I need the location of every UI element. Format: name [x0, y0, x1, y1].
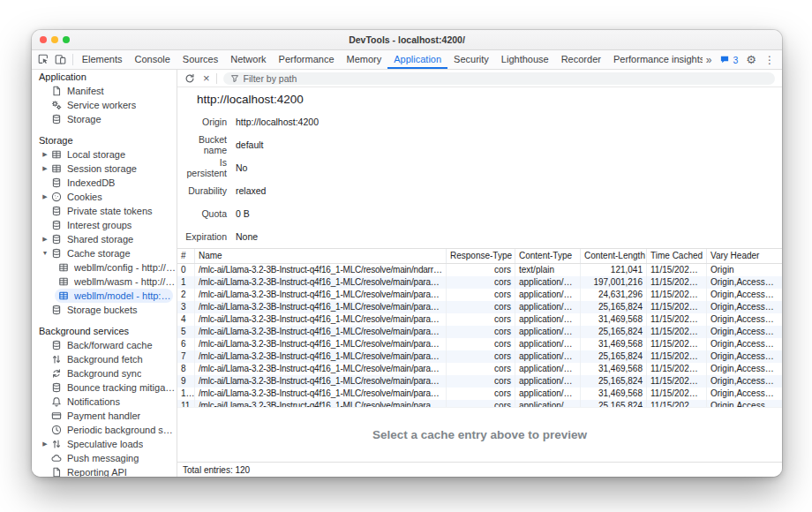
column-header-response-type[interactable]: Response-Type [447, 249, 515, 263]
tab-strip: ElementsConsoleSourcesNetworkPerformance… [76, 50, 703, 69]
meta-value: 0 B [236, 208, 250, 219]
cell-name: /mlc-ai/Llama-3.2-3B-Instruct-q4f16_1-ML… [195, 363, 447, 375]
sidebar-item-periodic-background-sync[interactable]: Periodic background sync [32, 423, 177, 437]
cell-time-cached: 11/15/2024, 10… [647, 301, 707, 313]
sidebar-item-background-sync[interactable]: Background sync [32, 366, 177, 380]
sidebar-item-private-state-tokens[interactable]: Private state tokens [32, 204, 177, 218]
device-toolbar-icon[interactable] [52, 50, 69, 69]
tab-performance-insights[interactable]: Performance insights [607, 50, 703, 69]
table-row[interactable]: 5/mlc-ai/Llama-3.2-3B-Instruct-q4f16_1-M… [177, 326, 782, 338]
table-row[interactable]: 10/mlc-ai/Llama-3.2-3B-Instruct-q4f16_1-… [177, 388, 782, 400]
column-header-[interactable]: # [177, 249, 195, 263]
sidebar-item-webllm-model-http-loc[interactable]: webllm/model - http://loc… [55, 289, 173, 303]
table-row[interactable]: 0/mlc-ai/Llama-3.2-3B-Instruct-q4f16_1-M… [177, 264, 782, 276]
cell-response-type: cors [447, 289, 515, 301]
collapse-arrow-icon[interactable]: ▼ [39, 246, 51, 260]
devtools-window: DevTools - localhost:4200/ ElementsConso… [32, 30, 782, 477]
cell-vary: Origin,Access… [707, 313, 782, 326]
sidebar-item-label: Payment handler [67, 410, 140, 421]
minimize-window-button[interactable] [51, 36, 58, 43]
sidebar-item-push-messaging[interactable]: Push messaging [32, 451, 177, 465]
settings-gear-icon[interactable]: ⚙ [746, 54, 756, 65]
table-row[interactable]: 11/mlc-ai/Llama-3.2-3B-Instruct-q4f16_1-… [177, 400, 782, 407]
tab-console[interactable]: Console [128, 50, 176, 69]
title-bar[interactable]: DevTools - localhost:4200/ [32, 30, 782, 50]
sidebar-item-manifest[interactable]: Manifest [32, 84, 177, 98]
table-row[interactable]: 3/mlc-ai/Llama-3.2-3B-Instruct-q4f16_1-M… [177, 301, 782, 313]
expand-arrow-icon[interactable]: ▶ [39, 437, 51, 451]
table-row[interactable]: 2/mlc-ai/Llama-3.2-3B-Instruct-q4f16_1-M… [177, 289, 782, 301]
delete-selected-button[interactable]: × [203, 72, 210, 84]
tab-network[interactable]: Network [224, 50, 272, 69]
column-header-content-length[interactable]: Content-Length [581, 249, 647, 263]
sidebar-item-webllm-config-http-loc[interactable]: webllm/config - http://loc… [32, 260, 177, 275]
meta-label: Origin [177, 117, 227, 127]
table-row[interactable]: 6/mlc-ai/Llama-3.2-3B-Instruct-q4f16_1-M… [177, 338, 782, 350]
table-row[interactable]: 7/mlc-ai/Llama-3.2-3B-Instruct-q4f16_1-M… [177, 350, 782, 363]
sidebar-item-cookies[interactable]: ▶Cookies [32, 190, 177, 204]
table-row[interactable]: 1/mlc-ai/Llama-3.2-3B-Instruct-q4f16_1-M… [177, 276, 782, 289]
column-header-vary-header[interactable]: Vary Header [707, 249, 782, 263]
tab-label: Application [394, 54, 441, 64]
expand-arrow-icon[interactable]: ▶ [39, 190, 51, 204]
sidebar-item-background-fetch[interactable]: Background fetch [32, 352, 177, 366]
column-header-content-type[interactable]: Content-Type [515, 249, 581, 263]
expand-arrow-icon[interactable]: ▶ [39, 232, 51, 246]
sidebar-item-service-workers[interactable]: Service workers [32, 98, 177, 112]
cell-content-type: application/oc… [515, 276, 581, 289]
refresh-button[interactable] [183, 72, 197, 86]
sidebar-item-webllm-wasm-http-loca[interactable]: webllm/wasm - http://loca… [32, 275, 177, 289]
updown-icon [51, 439, 62, 449]
sidebar-item-storage[interactable]: Storage [32, 112, 177, 126]
table-row[interactable]: 4/mlc-ai/Llama-3.2-3B-Instruct-q4f16_1-M… [177, 313, 782, 326]
sidebar-item-payment-handler[interactable]: Payment handler [32, 409, 177, 423]
sidebar-item-speculative-loads[interactable]: ▶Speculative loads [32, 437, 177, 451]
close-window-button[interactable] [40, 36, 47, 43]
cell-index: 7 [177, 350, 195, 363]
tab-performance[interactable]: Performance [273, 50, 341, 69]
database-icon [51, 340, 62, 350]
filter-input[interactable] [244, 73, 768, 84]
sidebar-item-back-forward-cache[interactable]: Back/forward cache [32, 338, 177, 352]
cell-time-cached: 11/15/2024, 10… [647, 363, 707, 375]
sidebar-item-interest-groups[interactable]: Interest groups [32, 218, 177, 232]
tab-security[interactable]: Security [447, 50, 495, 69]
column-header-time-cached[interactable]: Time Cached [647, 249, 707, 263]
table-row[interactable]: 9/mlc-ai/Llama-3.2-3B-Instruct-q4f16_1-M… [177, 375, 782, 388]
cell-vary: Origin,Access… [707, 388, 782, 400]
tab-recorder[interactable]: Recorder [555, 50, 607, 69]
sidebar-item-bounce-tracking-mitigations[interactable]: Bounce tracking mitigations [32, 380, 177, 395]
tab-lighthouse[interactable]: Lighthouse [495, 50, 555, 69]
zoom-window-button[interactable] [63, 36, 70, 43]
sidebar-item-indexeddb[interactable]: IndexedDB [32, 176, 177, 190]
inspect-element-icon[interactable] [35, 50, 52, 69]
table-row[interactable]: 8/mlc-ai/Llama-3.2-3B-Instruct-q4f16_1-M… [177, 363, 782, 375]
sidebar-item-shared-storage[interactable]: ▶Shared storage [32, 232, 177, 246]
tab-label: Recorder [561, 54, 601, 64]
sidebar-item-cache-storage[interactable]: ▼Cache storage [32, 246, 177, 260]
issues-messages-button[interactable]: 3 [719, 55, 738, 65]
tab-memory[interactable]: Memory [341, 50, 388, 69]
tab-label: Elements [82, 54, 123, 64]
tab-elements[interactable]: Elements [76, 50, 129, 69]
table-rows: 0/mlc-ai/Llama-3.2-3B-Instruct-q4f16_1-M… [177, 264, 782, 407]
sidebar-item-local-storage[interactable]: ▶Local storage [32, 147, 177, 162]
sidebar-item-notifications[interactable]: Notifications [32, 395, 177, 409]
sidebar-item-label: Background sync [67, 368, 141, 379]
more-tabs-icon[interactable]: » [706, 55, 712, 65]
tab-sources[interactable]: Sources [177, 50, 224, 69]
meta-value: relaxed [236, 185, 266, 196]
sidebar-item-storage-buckets[interactable]: Storage buckets [32, 303, 177, 317]
sidebar-item-session-storage[interactable]: ▶Session storage [32, 162, 177, 176]
tab-application[interactable]: Application [387, 50, 447, 69]
file-icon [51, 86, 62, 96]
cell-content-type: application/oc… [515, 363, 581, 375]
filter-field[interactable] [223, 72, 775, 85]
expand-arrow-icon[interactable]: ▶ [39, 147, 51, 162]
sidebar-item-reporting-api[interactable]: Reporting API [32, 465, 177, 477]
cell-vary: Origin,Access… [707, 289, 782, 301]
cell-name: /mlc-ai/Llama-3.2-3B-Instruct-q4f16_1-ML… [195, 400, 447, 407]
kebab-menu-icon[interactable]: ⋮ [764, 55, 775, 65]
column-header-name[interactable]: Name [195, 249, 447, 263]
expand-arrow-icon[interactable]: ▶ [39, 162, 51, 176]
